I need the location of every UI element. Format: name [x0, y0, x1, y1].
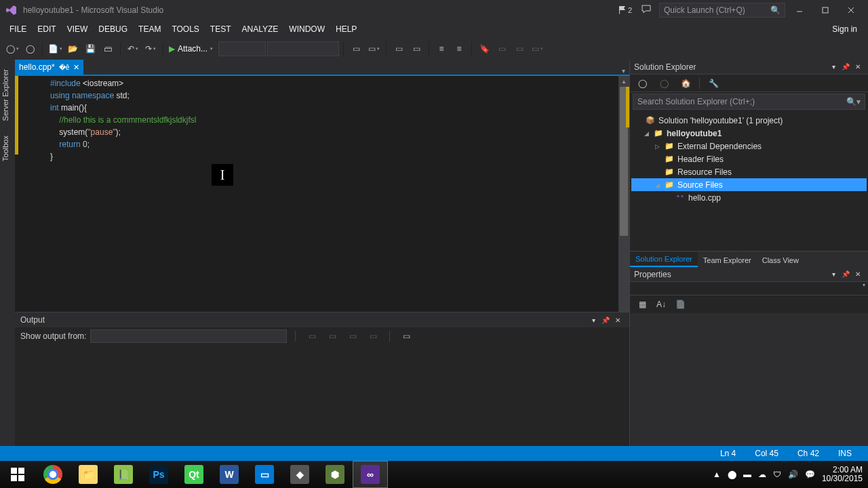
toolbox-tab[interactable]: Toolbox — [0, 129, 15, 168]
expand-icon[interactable]: ◢ — [653, 182, 661, 188]
taskbar-qt[interactable]: Qt — [176, 461, 212, 488]
open-file-button[interactable]: 📂 — [64, 41, 81, 57]
system-tray[interactable]: ▲ ⬤ ▬ ☁ 🛡 🔊 💬 2:00 AM 10/30/2015 — [707, 466, 868, 483]
props-dropdown-icon[interactable]: ▾ — [863, 282, 865, 288]
menu-view[interactable]: VIEW — [62, 22, 94, 37]
redo-button[interactable]: ↷ — [142, 41, 159, 57]
tree-header-files[interactable]: 📁 Header Files — [631, 152, 867, 165]
menu-test[interactable]: TEST — [205, 22, 237, 37]
undo-button[interactable]: ↶ — [125, 41, 141, 57]
feedback-icon[interactable] — [637, 5, 656, 16]
menu-help[interactable]: HELP — [330, 22, 362, 37]
pin-icon[interactable]: �ê — [59, 64, 70, 71]
taskbar-app4[interactable]: ⬢ — [317, 461, 353, 488]
taskbar-app3[interactable]: ◆ — [282, 461, 317, 488]
tray-onedrive-icon[interactable]: ☁ — [758, 470, 766, 479]
attach-button[interactable]: ▶ Attach... ▾ — [167, 41, 217, 57]
toolbar-btn-5[interactable]: ▭ — [494, 41, 510, 57]
output-btn-2[interactable]: ▭ — [324, 328, 340, 344]
menu-edit[interactable]: EDIT — [32, 22, 61, 37]
start-button[interactable] — [0, 461, 35, 488]
scroll-up-icon[interactable]: ▲ — [618, 76, 629, 87]
toolbar-btn-2[interactable]: ▭ — [366, 41, 382, 57]
platform-combo[interactable] — [267, 41, 339, 56]
tray-up-icon[interactable]: ▲ — [713, 470, 721, 479]
categorized-button[interactable]: ▦ — [634, 296, 650, 312]
save-button[interactable]: 💾 — [82, 41, 98, 57]
se-back-button[interactable]: ◯ — [634, 75, 650, 92]
menu-file[interactable]: FILE — [4, 22, 32, 37]
tree-external-deps[interactable]: ▷📁 External Dependencies — [631, 140, 867, 152]
config-combo[interactable] — [218, 41, 266, 56]
new-project-button[interactable]: 📄 — [47, 41, 63, 57]
menu-analyze[interactable]: ANALYZE — [237, 22, 284, 37]
panel-close-icon[interactable]: ✕ — [612, 317, 624, 324]
toolbar-btn-4[interactable]: ▭ — [408, 41, 425, 57]
maximize-button[interactable] — [814, 1, 837, 19]
taskbar-visual-studio[interactable]: ∞ — [353, 461, 388, 488]
tab-class-view[interactable]: Class View — [757, 253, 804, 267]
server-explorer-tab[interactable]: Server Explorer — [0, 62, 15, 127]
alphabetical-button[interactable]: A↓ — [653, 296, 669, 312]
close-button[interactable] — [840, 1, 863, 19]
tree-resource-files[interactable]: 📁 Resource Files — [631, 165, 867, 178]
tree-file-hello-cpp[interactable]: ⁺⁺ hello.cpp — [631, 191, 867, 204]
tray-shield-icon[interactable]: 🛡 — [773, 470, 781, 479]
tab-solution-explorer[interactable]: Solution Explorer — [630, 252, 698, 267]
output-btn-4[interactable]: ▭ — [365, 328, 381, 344]
output-btn-3[interactable]: ▭ — [344, 328, 361, 344]
panel-dropdown-icon[interactable]: ▾ — [827, 63, 840, 70]
menu-tools[interactable]: TOOLS — [166, 22, 204, 37]
solution-explorer-search[interactable]: Search Solution Explorer (Ctrl+;) 🔍▾ — [633, 94, 865, 110]
panel-close-icon[interactable]: ✕ — [852, 63, 864, 70]
tray-icon[interactable]: ▬ — [743, 470, 751, 479]
tab-team-explorer[interactable]: Team Explorer — [698, 253, 757, 267]
quick-launch-input[interactable]: Quick Launch (Ctrl+Q) 🔍 — [659, 3, 785, 18]
toolbar-btn-3[interactable]: ▭ — [391, 41, 407, 57]
tray-action-center-icon[interactable]: 💬 — [805, 470, 815, 479]
menu-debug[interactable]: DEBUG — [93, 22, 133, 37]
forward-button[interactable]: ◯ — [22, 41, 38, 57]
panel-dropdown-icon[interactable]: ▾ — [827, 270, 840, 278]
save-all-button[interactable]: 🗃 — [100, 41, 116, 57]
output-btn-1[interactable]: ▭ — [304, 328, 320, 344]
panel-dropdown-icon[interactable]: ▾ — [587, 317, 599, 324]
panel-close-icon[interactable]: ✕ — [852, 270, 864, 278]
toolbar-btn-1[interactable]: ▭ — [348, 41, 364, 57]
se-refresh-button[interactable]: 🔧 — [705, 75, 722, 92]
tray-icon[interactable]: ⬤ — [728, 470, 736, 479]
tree-source-files[interactable]: ◢📁 Source Files — [631, 178, 867, 191]
menu-window[interactable]: WINDOW — [283, 22, 330, 37]
taskbar-app1[interactable]: 📗 — [106, 461, 141, 488]
panel-pin-icon[interactable]: 📌 — [599, 317, 612, 324]
taskbar-chrome[interactable] — [35, 461, 71, 488]
expand-icon[interactable]: ◢ — [642, 130, 650, 137]
output-source-combo[interactable] — [90, 329, 287, 343]
toolbar-btn-6[interactable]: ▭ — [511, 41, 528, 57]
taskbar-word[interactable]: W — [212, 461, 247, 488]
bookmark-button[interactable]: 🔖 — [476, 41, 492, 57]
panel-pin-icon[interactable]: 📌 — [840, 270, 852, 278]
expand-icon[interactable]: ▷ — [653, 143, 661, 150]
toolbar-btn-7[interactable]: ▭ — [529, 41, 545, 57]
tree-project[interactable]: ◢📁 helloyoutube1 — [631, 127, 867, 140]
taskbar-app2[interactable]: ▭ — [247, 461, 282, 488]
output-btn-5[interactable]: ▭ — [398, 328, 414, 344]
taskbar-explorer[interactable]: 📁 — [71, 461, 106, 488]
output-body[interactable] — [15, 345, 629, 447]
tray-audio-icon[interactable]: 🔊 — [788, 470, 798, 479]
sign-in-link[interactable]: Sign in — [825, 22, 864, 37]
se-forward-button[interactable]: ◯ — [656, 75, 672, 92]
tab-strip-dropdown[interactable]: ▾ — [622, 67, 629, 75]
uncomment-button[interactable]: ≡ — [451, 41, 467, 57]
file-tab-hello-cpp[interactable]: hello.cpp* �ê ✕ — [15, 60, 83, 75]
tab-close-icon[interactable]: ✕ — [73, 63, 79, 72]
se-home-button[interactable]: 🏠 — [677, 75, 694, 92]
back-button[interactable]: ◯ — [4, 41, 20, 57]
minimize-button[interactable] — [788, 1, 811, 19]
tray-clock[interactable]: 2:00 AM 10/30/2015 — [822, 466, 863, 483]
property-pages-button[interactable]: 📄 — [672, 296, 688, 312]
panel-pin-icon[interactable]: 📌 — [840, 63, 852, 70]
tree-solution-root[interactable]: 📦 Solution 'helloyoutube1' (1 project) — [631, 114, 867, 127]
menu-team[interactable]: TEAM — [133, 22, 166, 37]
